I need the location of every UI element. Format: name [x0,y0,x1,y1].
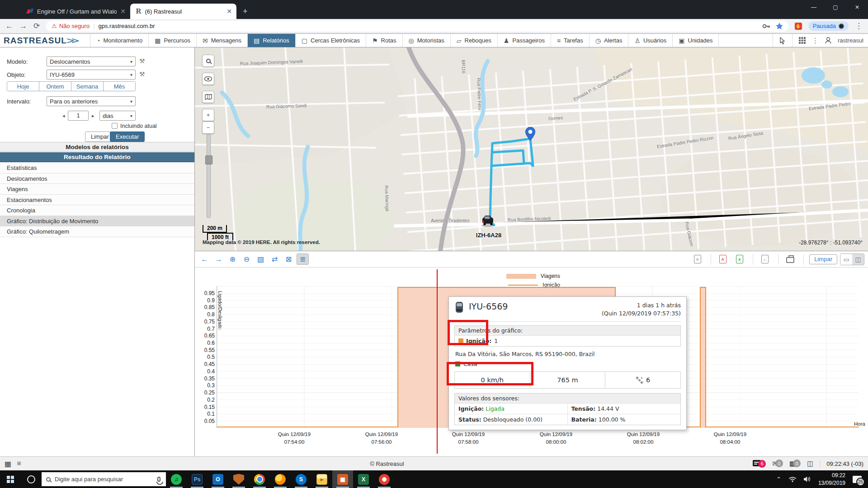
microphone-icon[interactable] [157,477,160,482]
interval-increment-icon[interactable]: ▸ [92,113,94,119]
speaker-icon[interactable] [804,476,811,482]
report-item-grafico-movimento[interactable]: Gráfico: Distribuição de Movimento [0,216,194,227]
bottom-apps-icon[interactable]: ≡ [17,460,21,468]
browser-tab-gurtam[interactable]: Engine Off / Gurtam and Wialon ✕ [22,4,130,19]
tray-clock[interactable]: 09:22 13/09/2019 [818,472,845,486]
url-text[interactable]: gps.rastreasul.com.br [99,23,759,29]
tab-close-icon[interactable]: ✕ [120,8,126,15]
report-view-icon[interactable]: ≡ [691,253,703,265]
including-current-checkbox[interactable] [112,123,118,129]
executar-button[interactable]: Executar [110,131,145,142]
browser-tab-rastreasul[interactable]: R (6) Rastreasul ✕ [130,4,236,19]
taskbar-spotify-icon[interactable]: ♫ [166,470,187,488]
export-pdf-icon[interactable]: A [717,253,729,265]
map-search-button[interactable] [202,55,214,67]
app-menu-kebab-icon[interactable]: ⋮ [812,37,819,45]
layout-panel-icon[interactable]: ◫ [807,460,813,468]
map-canvas[interactable]: Rua Joaquim Domingos VanelliRua Giácomo … [195,47,868,251]
nav-tab-reboques[interactable]: ▱ Reboques [451,34,498,47]
window-close-button[interactable]: ✕ [846,0,868,14]
window-minimize-button[interactable]: — [803,0,825,14]
taskbar-media-icon[interactable]: ▦ [332,470,353,488]
bookmark-star-icon[interactable] [776,23,783,29]
taskbar-photoshop-icon[interactable]: Ps [187,470,208,488]
nav-tab-cercas[interactable]: ▢ Cercas Eletrônicas [296,34,366,47]
nav-tab-tarefas[interactable]: ≡ Tarefas [551,34,590,47]
zoom-slider-handle[interactable] [205,155,212,164]
nav-tab-usuarios[interactable]: ♙ Usuários [628,34,673,47]
chart-fit-icon[interactable]: ⊠ [283,253,295,265]
vehicle-marker-icon[interactable] [479,214,497,229]
username[interactable]: rastreasul [838,37,863,44]
new-tab-button[interactable]: + [243,7,248,16]
chart-zoom-in-icon[interactable]: ⊕ [226,253,239,265]
chart-axis-scale-icon[interactable]: ⇄ [269,253,281,265]
nav-tab-rotas[interactable]: ⚑ Rotas [366,34,403,47]
browser-forward-button[interactable]: → [19,22,27,31]
nav-tab-alertas[interactable]: ◷ Alertas [590,34,629,47]
browser-menu-icon[interactable]: ⋮ [855,21,863,31]
messages-indicator[interactable]: ✉0 [772,460,783,468]
adblock-extension-icon[interactable] [795,23,802,30]
browser-reload-button[interactable]: ⟳ [33,21,40,31]
window-maximize-button[interactable]: ▢ [825,0,846,14]
start-button[interactable] [0,470,21,488]
zoom-out-button[interactable]: − [202,122,214,134]
bottom-menu-icon[interactable]: ▦ [5,460,11,468]
report-item-grafico-quilometragem[interactable]: Gráfico: Quilometragem [0,226,194,237]
rastreasul-logo[interactable]: RASTREASUL ≫ [0,34,90,47]
range-mes[interactable]: Mês [104,82,135,91]
wifi-icon[interactable] [788,476,797,482]
nav-tab-monitoramento[interactable]: ◔ Monitoramento [90,34,149,47]
range-semana[interactable]: Semana [71,82,104,91]
report-item-viagens[interactable]: Viagens [0,184,194,195]
nav-tab-mensagens[interactable]: ✉ Mensagens [197,34,248,47]
zoom-in-button[interactable]: + [202,109,214,121]
intervalo-select[interactable]: Para os anteriores▾ [47,96,136,106]
modelo-wrench-icon[interactable]: ⚒ [139,57,145,65]
print-icon[interactable] [784,253,796,265]
chart-zoom-select-icon[interactable]: ▧ [255,253,267,265]
result-header[interactable]: Resultado do Relatório [0,152,194,162]
map-visibility-button[interactable] [202,73,214,85]
zoom-slider[interactable] [207,134,211,218]
location-pin-icon[interactable] [525,127,535,142]
show-map-toggle-icon[interactable]: ▭ [840,254,852,265]
objeto-wrench-icon[interactable]: ⚒ [139,70,145,78]
report-item-deslocamentos[interactable]: Deslocamentos [0,174,194,184]
export-file-icon[interactable]: ← [759,253,771,265]
report-item-estatisticas[interactable]: Estatísticas [0,163,194,174]
pause-extension-button[interactable]: Pausada [808,21,849,31]
nav-tab-relatorios[interactable]: ▤ Relatórios [248,34,296,47]
interval-decrement-icon[interactable]: ◂ [62,113,65,119]
account-person-icon[interactable] [825,37,831,44]
taskbar-skype-icon[interactable]: S [291,470,311,488]
tray-chevron-icon[interactable]: ⌃ [776,476,781,483]
chart-forward-icon[interactable]: → [212,253,225,265]
tab-close-icon[interactable]: ✕ [226,8,232,15]
taskbar-opera-icon[interactable] [374,470,395,488]
chart-back-icon[interactable]: ← [198,253,211,265]
browser-back-button[interactable]: ← [5,22,13,31]
export-excel-icon[interactable]: x [733,253,745,265]
taskbar-excel-icon[interactable]: X [353,470,374,488]
key-icon[interactable] [762,24,770,28]
taskbar-explorer-icon[interactable]: ▸ [311,470,332,488]
cortana-button[interactable] [21,470,42,488]
taskbar-outlook-icon[interactable]: O [208,470,228,488]
pointer-tool-icon[interactable] [779,37,786,44]
taskbar-chrome-icon[interactable] [249,470,270,488]
chart-zoom-out-icon[interactable]: ⊖ [241,253,253,265]
objeto-select[interactable]: IYU-6569▾ [47,70,136,80]
chart-limpar-button[interactable]: Limpar [809,254,837,264]
notifications-indicator[interactable]: 6 [753,460,766,468]
interval-count-input[interactable]: 1 [68,111,89,121]
report-item-estacionamentos[interactable]: Estacionamentos [0,195,194,206]
split-view-toggle-icon[interactable]: ◫ [852,254,864,265]
apps-grid-icon[interactable] [799,37,806,44]
map-layers-button[interactable] [202,91,214,103]
nav-tab-passageiros[interactable]: ♟ Passageiros [498,34,551,47]
taskbar-shield-icon[interactable] [228,470,249,488]
range-hoje[interactable]: Hoje [7,82,39,91]
media-indicator[interactable]: ▩0 [789,460,801,468]
